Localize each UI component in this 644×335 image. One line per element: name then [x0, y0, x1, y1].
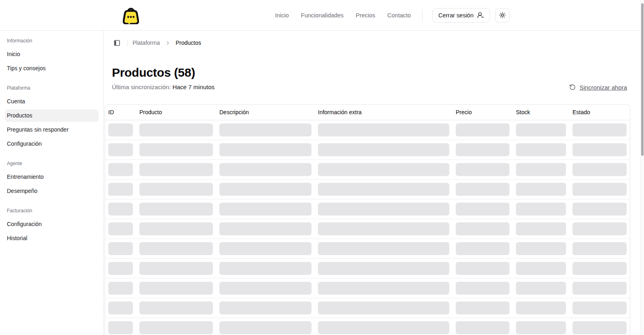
breadcrumb-parent[interactable]: Plataforma — [133, 40, 160, 46]
skeleton-cell — [108, 163, 133, 176]
skeleton-cell — [572, 302, 627, 314]
table-cell — [136, 278, 216, 298]
table-cell — [452, 219, 513, 239]
skeleton-cell — [108, 124, 133, 136]
skeleton-cell — [219, 282, 311, 295]
skeleton-cell — [318, 262, 449, 275]
table-cell — [105, 239, 136, 258]
skeleton-cell — [139, 143, 213, 156]
refresh-icon — [569, 84, 576, 90]
skeleton-cell — [516, 321, 566, 334]
skeleton-cell — [318, 124, 449, 136]
table-cell — [105, 159, 136, 179]
skeleton-cell — [516, 262, 566, 275]
brand-bag-chat-icon[interactable] — [123, 6, 139, 24]
table-cell — [315, 318, 452, 335]
table-cell — [136, 140, 216, 159]
sidebar-item-entrenamiento[interactable]: Entrenamiento — [5, 171, 99, 183]
skeleton-cell — [572, 143, 627, 156]
skeleton-cell — [219, 242, 311, 255]
table-row — [105, 159, 630, 179]
logout-button[interactable]: Cerrar sesión — [432, 8, 490, 23]
sidebar: InformaciónInicioTips y consejosPlatafor… — [0, 31, 104, 335]
table-cell — [569, 219, 630, 239]
skeleton-cell — [318, 282, 449, 295]
table-row — [105, 239, 630, 258]
nav-link-inicio[interactable]: Inicio — [275, 12, 289, 19]
table-cell — [569, 140, 630, 159]
sidebar-toggle-button[interactable] — [111, 37, 122, 48]
sidebar-item-tips-y-consejos[interactable]: Tips y consejos — [5, 62, 99, 75]
sidebar-item-desempeno[interactable]: Desempeño — [5, 185, 99, 197]
theme-toggle-button[interactable] — [495, 8, 509, 23]
skeleton-cell — [318, 163, 449, 176]
skeleton-cell — [318, 302, 449, 314]
vertical-scrollbar[interactable] — [640, 0, 644, 335]
skeleton-cell — [139, 203, 213, 216]
skeleton-cell — [139, 183, 213, 196]
table-cell — [136, 258, 216, 278]
sync-now-link[interactable]: Sincronizar ahora — [569, 84, 627, 91]
nav-divider — [422, 9, 423, 21]
table-cell — [105, 318, 136, 335]
table-cell — [105, 278, 136, 298]
table-row — [105, 298, 630, 318]
sidebar-item-productos[interactable]: Productos — [5, 109, 99, 122]
table-cell — [513, 140, 569, 159]
skeleton-cell — [108, 282, 133, 295]
skeleton-cell — [456, 163, 509, 176]
table-cell — [513, 278, 569, 298]
skeleton-cell — [572, 124, 627, 136]
skeleton-cell — [139, 242, 213, 255]
nav-links: InicioFuncionalidadesPreciosContacto — [275, 0, 411, 30]
table-cell — [216, 199, 315, 219]
sidebar-section-title: Plataforma — [5, 85, 99, 91]
table-cell — [216, 140, 315, 159]
sidebar-item-historial[interactable]: Historial — [5, 232, 99, 245]
table-cell — [315, 140, 452, 159]
skeleton-cell — [219, 203, 311, 216]
scrollbar-thumb[interactable] — [641, 3, 644, 156]
skeleton-cell — [572, 222, 627, 235]
table-cell — [513, 239, 569, 258]
sidebar-item-configuracion[interactable]: Configuración — [5, 218, 99, 230]
table-cell — [216, 159, 315, 179]
table-cell — [105, 199, 136, 219]
skeleton-cell — [318, 203, 449, 216]
skeleton-cell — [516, 124, 566, 136]
table-cell — [315, 159, 452, 179]
skeleton-cell — [318, 242, 449, 255]
skeleton-cell — [108, 222, 133, 235]
nav-link-funcionalidades[interactable]: Funcionalidades — [301, 12, 344, 19]
table-cell — [136, 179, 216, 199]
sidebar-item-cuenta[interactable]: Cuenta — [5, 95, 99, 108]
table-body — [105, 120, 630, 335]
table-row — [105, 199, 630, 219]
table-cell — [452, 278, 513, 298]
sidebar-item-inicio[interactable]: Inicio — [5, 48, 99, 61]
nav-link-contacto[interactable]: Contacto — [387, 12, 411, 19]
table-cell — [452, 258, 513, 278]
sidebar-item-configuracion[interactable]: Configuración — [5, 138, 99, 150]
table-cell — [315, 298, 452, 318]
table-cell — [136, 318, 216, 335]
skeleton-cell — [139, 222, 213, 235]
sidebar-item-preguntas-sin-responder[interactable]: Preguntas sin responder — [5, 124, 99, 136]
table-cell — [136, 120, 216, 140]
column-header-producto: Producto — [136, 105, 216, 120]
sidebar-sections: InformaciónInicioTips y consejosPlatafor… — [5, 38, 99, 245]
products-table: IDProductoDescripciónInformación extraPr… — [105, 105, 630, 335]
skeleton-cell — [219, 262, 311, 275]
table-cell — [315, 219, 452, 239]
skeleton-cell — [572, 242, 627, 255]
skeleton-cell — [456, 262, 509, 275]
sync-now-label: Sincronizar ahora — [579, 84, 627, 91]
skeleton-cell — [456, 302, 509, 314]
nav-link-precios[interactable]: Precios — [356, 12, 375, 19]
table-cell — [136, 239, 216, 258]
table-cell — [569, 298, 630, 318]
skeleton-cell — [456, 124, 509, 136]
table-cell — [569, 179, 630, 199]
table-row — [105, 278, 630, 298]
table-row — [105, 120, 630, 140]
